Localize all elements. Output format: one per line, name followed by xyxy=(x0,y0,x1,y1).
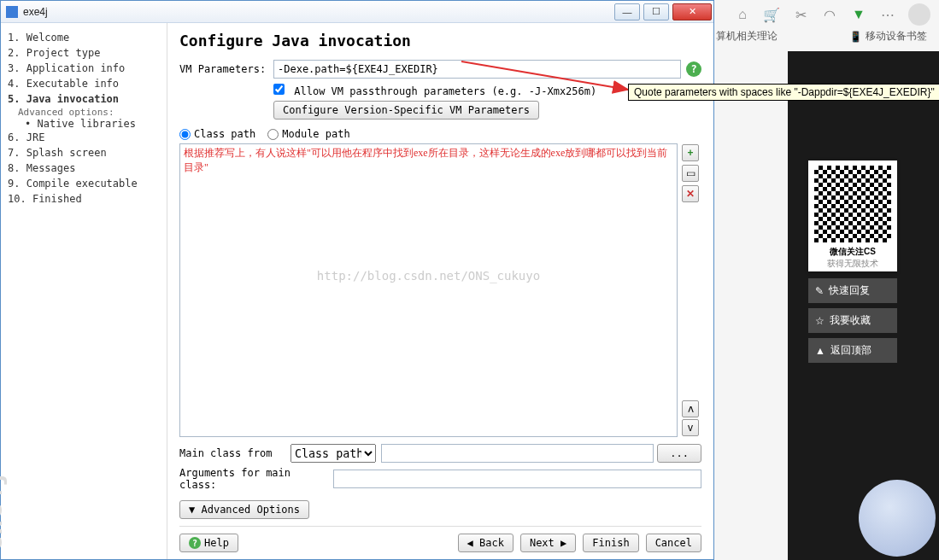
next-button[interactable]: Next ▶ xyxy=(520,534,576,552)
action-back-top[interactable]: ▲返回顶部 xyxy=(808,338,897,363)
browse-main-class-button[interactable]: ... xyxy=(657,444,701,463)
step-compile[interactable]: 9. Compile executable xyxy=(6,176,161,191)
configure-version-button[interactable]: Configure Version-Specific VM Parameters xyxy=(273,101,539,120)
browser-tab-text: 算机相关理论 xyxy=(716,29,778,44)
watermark-text: http://blog.csdn.net/ONS_cukuyo xyxy=(317,269,540,283)
avatar-small-icon[interactable] xyxy=(908,3,930,26)
wizard-footer: ?Help ◀ Back Next ▶ Finish Cancel xyxy=(179,526,701,552)
maximize-button[interactable]: ☐ xyxy=(643,3,669,20)
qr-promo: 微信关注CS 获得无限技术 xyxy=(808,160,897,271)
page-title: Configure Java invocation xyxy=(179,32,701,50)
step-messages[interactable]: 8. Messages xyxy=(6,160,161,176)
brand-watermark: exe4j xyxy=(0,470,8,551)
list-down-button[interactable]: v xyxy=(682,419,699,436)
list-up-button[interactable]: ʌ xyxy=(682,400,699,417)
vm-params-label: VM Parameters: xyxy=(179,63,273,75)
main-class-from-label: Main class from xyxy=(179,447,291,459)
step-project-type[interactable]: 2. Project type xyxy=(6,45,161,61)
args-label: Arguments for main class: xyxy=(179,467,333,491)
vm-params-input[interactable] xyxy=(273,60,681,79)
cart-icon[interactable]: 🛒 xyxy=(763,6,780,23)
annotation-text: 根据推荐写上，有人说这样"可以用他在程序中找到exe所在目录，这样无论生成的ex… xyxy=(184,146,677,175)
advanced-options-button[interactable]: ▼ Advanced Options xyxy=(179,500,309,519)
exe4j-window: exe4j — ☐ ✕ 1. Welcome 2. Project type 3… xyxy=(0,0,714,560)
list-delete-button[interactable]: ✕ xyxy=(682,185,699,202)
help-button[interactable]: ?Help xyxy=(179,534,238,552)
floating-actions: ✎快速回复 ☆我要收藏 ▲返回顶部 xyxy=(808,278,897,368)
star-icon: ☆ xyxy=(815,315,825,327)
more-icon[interactable]: ⋯ xyxy=(879,6,896,23)
args-input[interactable] xyxy=(333,470,701,488)
window-title: exe4j xyxy=(23,6,613,18)
back-button[interactable]: ◀ Back xyxy=(458,534,514,552)
action-quick-reply[interactable]: ✎快速回复 xyxy=(808,278,897,303)
titlebar: exe4j — ☐ ✕ xyxy=(1,1,713,23)
close-button[interactable]: ✕ xyxy=(672,3,712,20)
classpath-radio[interactable]: Class path xyxy=(179,128,255,140)
step-application-info[interactable]: 3. Application info xyxy=(6,61,161,76)
scissors-icon[interactable]: ✂ xyxy=(792,6,809,23)
main-class-input[interactable] xyxy=(381,444,654,463)
shield-icon[interactable]: ▼ xyxy=(850,6,867,23)
minimize-button[interactable]: — xyxy=(614,3,640,20)
action-favorite[interactable]: ☆我要收藏 xyxy=(808,308,897,333)
allow-passthrough-checkbox[interactable]: Allow VM passthrough parameters (e.g. -J… xyxy=(273,85,596,97)
list-edit-button[interactable]: ▭ xyxy=(682,165,699,182)
step-java-invocation[interactable]: 5. Java invocation xyxy=(6,91,161,107)
bookmark-link[interactable]: 📱 移动设备书签 xyxy=(849,29,927,44)
main-class-from-select[interactable]: Class path xyxy=(291,444,376,463)
wifi-icon[interactable]: ◠ xyxy=(821,6,838,23)
step-welcome[interactable]: 1. Welcome xyxy=(6,30,161,45)
mascot-avatar xyxy=(859,480,936,557)
main-panel: Configure Java invocation VM Parameters:… xyxy=(167,23,713,559)
app-icon xyxy=(6,6,18,18)
pencil-icon: ✎ xyxy=(815,285,824,297)
device-icon: 📱 xyxy=(849,31,862,43)
browser-toolbar: ⌂ 🛒 ✂ ◠ ▼ ⋯ xyxy=(734,3,930,26)
step-executable-info[interactable]: 4. Executable info xyxy=(6,76,161,91)
up-icon: ▲ xyxy=(815,345,825,357)
advanced-options-header: Advanced options: xyxy=(6,107,161,118)
step-jre[interactable]: 6. JRE xyxy=(6,130,161,145)
step-native-libraries[interactable]: • Native libraries xyxy=(6,118,161,130)
step-splash[interactable]: 7. Splash screen xyxy=(6,145,161,160)
home-icon[interactable]: ⌂ xyxy=(734,6,751,23)
help-q-icon: ? xyxy=(189,537,201,549)
qr-code-icon xyxy=(814,166,891,242)
list-add-button[interactable]: + xyxy=(682,144,699,161)
tooltip: Quote parameters with spaces like "-Dapp… xyxy=(628,84,939,101)
allow-passthrough-input[interactable] xyxy=(273,84,285,95)
finish-button[interactable]: Finish xyxy=(583,534,638,552)
cancel-button[interactable]: Cancel xyxy=(646,534,701,552)
help-icon[interactable]: ? xyxy=(686,61,701,77)
step-finished[interactable]: 10. Finished xyxy=(6,191,161,207)
modulepath-radio[interactable]: Module path xyxy=(267,128,349,140)
wizard-sidebar: 1. Welcome 2. Project type 3. Applicatio… xyxy=(1,23,167,559)
classpath-listbox[interactable]: 根据推荐写上，有人说这样"可以用他在程序中找到exe所在目录，这样无论生成的ex… xyxy=(179,143,678,437)
